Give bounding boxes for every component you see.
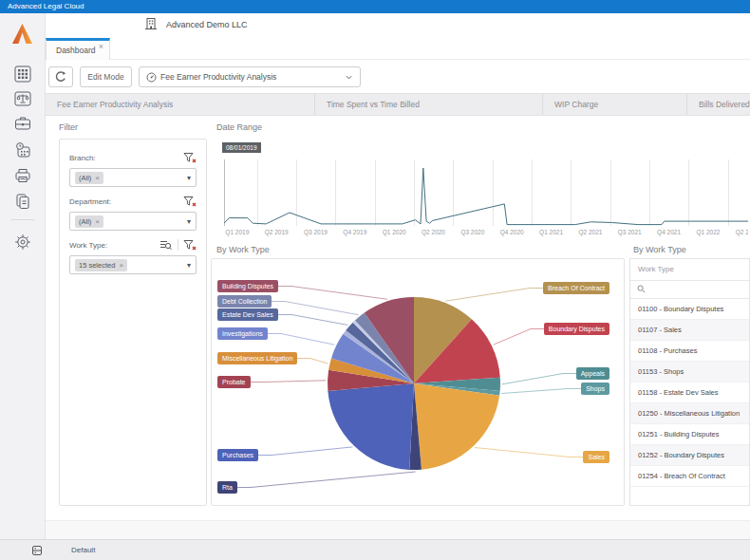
x-tick-label: Q2 2020 bbox=[422, 229, 445, 235]
filter-panel: Branch:(All)×▾Department:(All)×▾Work Typ… bbox=[59, 139, 207, 506]
worktype-row-01250-miscellaneous-litigation[interactable]: 01250 - Miscellaneous Litigation bbox=[630, 403, 749, 424]
line-series bbox=[224, 168, 748, 225]
caret-down-icon: ▾ bbox=[187, 261, 191, 270]
filter-value-chip: (All)× bbox=[75, 172, 103, 184]
chip-remove-icon[interactable]: × bbox=[95, 217, 100, 226]
clear-filter-icon[interactable] bbox=[183, 152, 197, 163]
pie-leader-line bbox=[237, 472, 416, 488]
filter-title: Filter bbox=[59, 122, 78, 132]
worktype-column-header[interactable]: Work Type bbox=[630, 259, 749, 281]
sidebar-item-print[interactable] bbox=[11, 164, 34, 187]
sidebar-item-settings[interactable] bbox=[11, 231, 34, 253]
database-icon bbox=[31, 545, 43, 556]
chip-remove-icon[interactable]: × bbox=[119, 261, 123, 270]
filter-combo-branch[interactable]: (All)×▾ bbox=[69, 168, 197, 187]
edit-mode-button[interactable]: Edit Mode bbox=[80, 66, 132, 87]
clear-filter-icon[interactable] bbox=[183, 239, 197, 251]
worktype-table-title: By Work Type bbox=[633, 245, 686, 254]
pie-label-shops: Shops bbox=[581, 383, 609, 395]
filter-combo-work-type[interactable]: 15 selected×▾ bbox=[69, 255, 197, 274]
sidebar-item-cases[interactable] bbox=[11, 112, 34, 135]
date-range-chart: 08/01/2019 Q1 2019Q2 2019Q3 2019Q4 2019Q… bbox=[216, 139, 748, 239]
sidebar-item-documents[interactable] bbox=[11, 190, 34, 213]
x-tick-label: Q4 2020 bbox=[500, 229, 524, 235]
printer-icon bbox=[14, 167, 31, 184]
dashboard-select-value: Fee Earner Productivity Analysis bbox=[160, 72, 276, 82]
pie-slice-sales[interactable] bbox=[414, 383, 499, 470]
filter-value-chip: 15 selected× bbox=[75, 259, 127, 271]
pie-leader-line bbox=[475, 448, 583, 457]
filter-value: (All) bbox=[79, 217, 91, 226]
app-window: Advanced Legal Cloud bbox=[0, 0, 750, 560]
sidebar-divider bbox=[11, 219, 34, 220]
pie-slice-purchases[interactable] bbox=[328, 383, 414, 470]
section-tab-fee-earner-productivity-analysis[interactable]: Fee Earner Productivity Analysis bbox=[46, 94, 315, 115]
section-tab-bills-delivered[interactable]: Bills Delivered bbox=[687, 94, 750, 115]
sidebar-item-dashboard[interactable] bbox=[11, 63, 34, 85]
sidebar bbox=[0, 13, 46, 539]
pie-leader-line bbox=[278, 287, 387, 300]
date-range-plot[interactable] bbox=[224, 159, 748, 226]
pie-leader-line bbox=[494, 329, 544, 345]
filter-combo-department[interactable]: (All)×▾ bbox=[69, 212, 197, 231]
worktype-search-input[interactable] bbox=[649, 283, 739, 297]
worktype-row-01153-shops[interactable]: 01153 - Shops bbox=[630, 362, 749, 383]
x-tick-label: Q2 2022 bbox=[736, 229, 748, 235]
tab-dashboard-label: Dashboard bbox=[56, 46, 96, 55]
sidebar-item-time-recording[interactable] bbox=[11, 139, 34, 161]
pie-label-purchases: Purchases bbox=[217, 449, 258, 461]
worktype-pie-panel: Building DisputesDebt CollectionEstate D… bbox=[211, 258, 625, 506]
main-area: Advanced Demo LLC Dashboard × Edit Mode bbox=[46, 13, 750, 539]
grid-icon bbox=[14, 65, 31, 83]
pie-title: By Work Type bbox=[216, 245, 270, 254]
company-name: Advanced Demo LLC bbox=[166, 20, 248, 29]
sidebar-item-matters[interactable] bbox=[11, 87, 34, 110]
date-range-axis: Q1 2019Q2 2019Q3 2019Q4 2019Q1 2020Q2 20… bbox=[224, 229, 748, 238]
search-icon bbox=[637, 285, 646, 293]
worktype-row-01107-sales[interactable]: 01107 - Sales bbox=[630, 320, 749, 341]
pie-label-breach-of-contract: Breach Of Contract bbox=[543, 282, 609, 294]
app-title: Advanced Legal Cloud bbox=[8, 2, 84, 10]
worktype-row-01108-purchases[interactable]: 01108 - Purchases bbox=[630, 341, 749, 362]
x-tick-label: Q2 2021 bbox=[578, 229, 602, 235]
caret-down-icon: ▾ bbox=[187, 174, 191, 182]
refresh-button[interactable] bbox=[48, 66, 73, 87]
x-tick-label: Q1 2022 bbox=[696, 229, 720, 235]
section-tab-wip-charge[interactable]: WIP Charge bbox=[543, 94, 687, 115]
x-tick-label: Q4 2019 bbox=[343, 229, 366, 235]
pie-label-appeals: Appeals bbox=[576, 367, 609, 380]
tab-bar: Dashboard × bbox=[46, 38, 750, 60]
pie-label-probate: Probate bbox=[217, 376, 251, 388]
filter-value: (All) bbox=[79, 174, 91, 182]
search-list-icon[interactable] bbox=[159, 239, 173, 251]
pie-label-boundary-disputes: Boundary Disputes bbox=[544, 323, 609, 335]
worktype-row-01158-estate-dev-sales[interactable]: 01158 - Estate Dev Sales bbox=[630, 383, 749, 403]
pie-label-estate-dev-sales: Estate Dev Sales bbox=[217, 308, 278, 321]
dashboard-select[interactable]: Fee Earner Productivity Analysis bbox=[139, 66, 361, 87]
refresh-icon bbox=[54, 70, 67, 84]
clear-filter-icon[interactable] bbox=[183, 196, 197, 207]
chip-remove-icon[interactable]: × bbox=[95, 174, 100, 182]
tab-close-icon[interactable]: × bbox=[99, 42, 103, 51]
caret-down-icon: ▾ bbox=[187, 217, 191, 226]
filter-value: 15 selected bbox=[79, 261, 115, 270]
filter-value-chip: (All)× bbox=[75, 215, 103, 228]
dashboard-content: Filter Branch:(All)×▾Department:(All)×▾W… bbox=[46, 116, 750, 520]
icon-divider bbox=[178, 239, 178, 251]
pie-label-miscellaneous-litigation: Miscellaneous Litigation bbox=[217, 352, 297, 364]
date-range-title: Date Range bbox=[216, 122, 262, 132]
worktype-table-panel: Work Type 01100 - Boundary Disputes01107… bbox=[629, 258, 750, 506]
worktype-search-row bbox=[630, 281, 749, 299]
filter-label: Branch: bbox=[69, 154, 96, 162]
worktype-row-01100-boundary-disputes[interactable]: 01100 - Boundary Disputes bbox=[630, 299, 749, 320]
app-header: Advanced Demo LLC bbox=[46, 13, 750, 38]
date-range-handle-label[interactable]: 08/01/2019 bbox=[222, 142, 261, 153]
x-tick-label: Q1 2021 bbox=[539, 229, 563, 235]
worktype-row-01251-building-disputes[interactable]: 01251 - Building Disputes bbox=[630, 424, 749, 445]
worktype-row-01252-boundary-disputes[interactable]: 01252 - Boundary Disputes bbox=[630, 445, 749, 466]
x-tick-label: Q3 2021 bbox=[618, 229, 642, 235]
toolbar: Edit Mode Fee Earner Productivity Analys… bbox=[46, 60, 750, 91]
worktype-row-01254-breach-of-contract[interactable]: 01254 - Breach Of Contract bbox=[630, 466, 749, 487]
tab-dashboard[interactable]: Dashboard × bbox=[46, 38, 110, 60]
section-tab-time-spent-vs-time-billed[interactable]: Time Spent vs Time Billed bbox=[315, 94, 543, 115]
